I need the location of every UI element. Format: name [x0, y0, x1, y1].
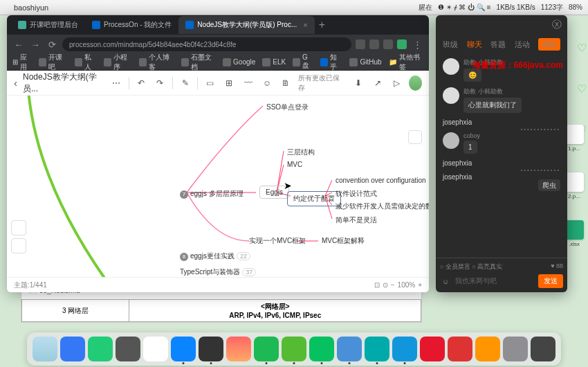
mindmap-node[interactable]: 7eggjs 多层层原理 [180, 189, 244, 199]
tab[interactable]: 开课吧管理后台 [11, 16, 85, 34]
tab[interactable]: ProcessOn - 我的文件 [85, 16, 178, 34]
more-icon[interactable]: ⋯ [109, 75, 122, 91]
center-button[interactable]: ⊙ [383, 281, 388, 289]
mindmap-node[interactable]: MVC [287, 161, 302, 168]
icon-tool[interactable]: ☺ [260, 75, 273, 91]
bookmark[interactable]: ELK [262, 58, 286, 66]
extension-icon[interactable] [397, 39, 407, 49]
extension-icon[interactable] [383, 39, 393, 49]
bookmark[interactable]: 知乎 [320, 53, 342, 72]
bookmark[interactable]: G盘 [293, 53, 313, 71]
tab-activity[interactable]: 活动 [515, 39, 530, 50]
bookmark[interactable]: Google [223, 58, 255, 66]
dock-app[interactable] [33, 337, 57, 361]
bookmark[interactable]: GitHub [349, 58, 381, 66]
mindmap-node-selected[interactable]: 约定优于配置 [287, 191, 341, 206]
undo-button[interactable]: ↶ [134, 75, 147, 91]
bookmark[interactable]: 私人 [75, 53, 97, 72]
apps-button[interactable]: ⊞ 应用 [12, 53, 32, 72]
chat-input[interactable]: 我也来两句吧 [455, 276, 534, 286]
back-button[interactable]: ‹ [14, 77, 17, 89]
theme-count: 1/441 [30, 281, 47, 289]
mindmap-node[interactable]: 简单不是灵活 [336, 215, 377, 225]
dock-app[interactable] [531, 337, 555, 361]
mindmap-node[interactable]: MVC框架解释 [322, 236, 365, 246]
mindmap-node[interactable]: convention over configuration [336, 177, 426, 184]
dock-app[interactable] [475, 337, 500, 361]
close-icon[interactable]: ⓧ [552, 19, 562, 31]
avatar[interactable] [443, 132, 459, 149]
extension-icon[interactable] [356, 39, 365, 49]
user-avatar[interactable] [409, 75, 422, 91]
style-panel-button[interactable] [11, 238, 26, 253]
mindmap-node[interactable]: 软件设计范式 [336, 189, 377, 199]
mindmap-canvas[interactable]: SSO单点登录 三层结构 MVC 7eggjs 多层层原理 Eggjs 约定优于… [7, 96, 429, 292]
avatar[interactable] [443, 58, 459, 75]
emoji-button[interactable]: ☺ [440, 276, 451, 287]
bookmark[interactable]: 个人博客 [139, 53, 174, 72]
mindmap-node[interactable]: Eggjs [259, 186, 289, 199]
send-button[interactable]: 发送 [538, 274, 563, 288]
dock-app[interactable] [226, 337, 251, 361]
mindmap-node[interactable]: 实现一个MVC框架 [249, 236, 306, 246]
canvas-statusbar: 主题: 1/441 ⊡ ⊙ − 100% + [7, 277, 429, 292]
zoom-in[interactable]: + [418, 281, 422, 289]
layout-tool[interactable]: ⊞ [223, 75, 236, 91]
mindmap-node[interactable]: TypeScript与装饰器37 [180, 267, 256, 277]
mindmap-node[interactable]: SSO单点登录 [266, 102, 309, 112]
present-button[interactable]: ▷ [389, 75, 403, 91]
mute-toggle[interactable]: ○ [440, 263, 445, 270]
tab-class[interactable]: 班级 [443, 39, 458, 50]
dock-app[interactable] [503, 337, 528, 361]
like-count[interactable]: ♥ 88 [551, 262, 563, 271]
bookmark[interactable]: 小程序 [104, 53, 132, 72]
refresh-button[interactable]: 刷新 [538, 38, 560, 51]
dock-app[interactable] [365, 337, 389, 361]
dock-app[interactable] [116, 337, 140, 361]
dock-app[interactable] [337, 337, 362, 361]
mindmap-node[interactable]: 8eggjs更佳实践22 [180, 251, 250, 261]
mindmap-node[interactable]: 减少软件开发人员需做决定的数量 [336, 202, 429, 211]
avatar[interactable] [443, 87, 459, 104]
tab-chat[interactable]: 聊天 [467, 39, 482, 50]
fit-button[interactable]: ⊡ [374, 281, 380, 289]
style-tool[interactable]: ▭ [203, 75, 217, 91]
dock-app[interactable] [88, 337, 113, 361]
chrome-menu[interactable]: ⋮ [411, 39, 423, 50]
extension-icon[interactable] [369, 39, 379, 49]
format-brush[interactable]: ✎ [178, 75, 192, 91]
dock-app[interactable] [199, 337, 223, 361]
bookmark[interactable]: 石墨文档 [181, 53, 216, 72]
ime-indicator[interactable]: 腥在 [419, 3, 432, 12]
mindmap-node[interactable]: 三层结构 [287, 147, 315, 157]
message-list[interactable]: 海量资源：666java.com 助教 小韩助教😊 助教 小韩助教心里就剩我们了… [436, 54, 567, 258]
app-name[interactable]: baoshiyun [14, 3, 48, 12]
download-button[interactable]: ⬇ [352, 75, 365, 91]
document-title[interactable]: NodeJS教学大纲(学员... [23, 71, 101, 95]
dock-app[interactable] [392, 337, 417, 361]
outline-button[interactable] [11, 220, 26, 235]
new-tab-button[interactable]: + [319, 19, 325, 31]
dock-app[interactable] [254, 337, 279, 361]
other-bookmarks[interactable]: 📁 其他书签 [389, 53, 423, 72]
nav-reload[interactable]: ⟳ [46, 39, 58, 50]
dock-app[interactable] [282, 337, 306, 361]
line-tool[interactable]: 〰 [241, 75, 255, 91]
collapse-button[interactable] [408, 130, 422, 144]
tab-quiz[interactable]: 答题 [490, 39, 506, 50]
bookmark[interactable]: 开课吧 [39, 53, 67, 72]
redo-button[interactable]: ↷ [154, 75, 167, 91]
close-icon[interactable]: × [303, 21, 307, 29]
dock-app[interactable] [309, 337, 334, 361]
url-input[interactable]: processon.com/mindmap/5d4b84aee4b0f4c23d… [62, 37, 351, 51]
tab-active[interactable]: NodeJS教学大纲(学员版) Proc...× [178, 16, 314, 34]
zoom-out[interactable]: − [391, 281, 395, 289]
dock-app[interactable] [143, 337, 168, 361]
dock-app[interactable] [448, 337, 472, 361]
dock-app[interactable] [420, 337, 445, 361]
nav-back[interactable]: ← [12, 39, 25, 50]
note-tool[interactable]: 🗎 [279, 75, 293, 91]
dock-app[interactable] [60, 337, 85, 361]
dock-app[interactable] [171, 337, 196, 361]
share-button[interactable]: ↗ [371, 75, 384, 91]
